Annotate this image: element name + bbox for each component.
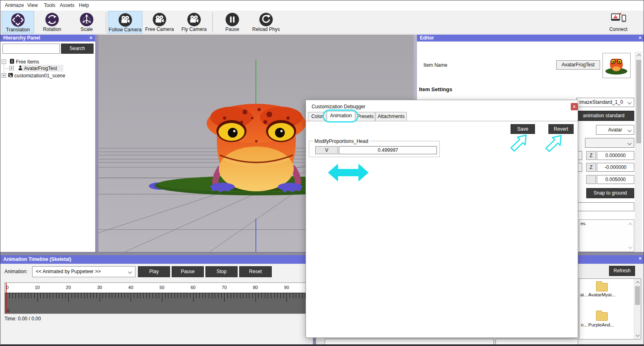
reset-button[interactable]: Reset: [239, 266, 272, 277]
asset-label[interactable]: PurpleAnd...: [588, 322, 614, 327]
annotation-double-arrow: [327, 161, 369, 184]
camera-icon: [118, 13, 133, 27]
item-settings-heading: Item Settings: [419, 86, 452, 92]
scrollbar-thumb[interactable]: [636, 60, 641, 143]
editor-panel-header[interactable]: Editor ×: [417, 35, 644, 42]
timeline-ruler[interactable]: 0102030405060708090 0: [4, 282, 313, 314]
empty-dropdown[interactable]: [585, 138, 634, 148]
editor-scrollbar[interactable]: [635, 52, 642, 252]
asset-label-truncated: ai...: [580, 292, 588, 297]
collapse-icon[interactable]: −: [2, 59, 6, 64]
menu-view[interactable]: View: [27, 2, 38, 8]
vertical-splitter[interactable]: [95, 35, 98, 253]
menu-tools[interactable]: Tools: [44, 2, 55, 8]
item-name-label: Item Name: [424, 62, 448, 68]
tree-item-free-items[interactable]: Free Items: [16, 59, 39, 65]
position-z-input[interactable]: 0.000000: [597, 151, 634, 160]
expand-icon[interactable]: +: [2, 73, 6, 78]
chevron-down-icon: [628, 128, 632, 132]
animation-dropdown[interactable]: << Animated by Puppeteer >>: [32, 266, 135, 277]
avatar-type-dropdown[interactable]: Avatar: [596, 125, 634, 135]
text-field-partial[interactable]: [574, 202, 634, 211]
reload-icon: [259, 12, 273, 27]
stop-button[interactable]: Stop: [205, 266, 238, 277]
hierarchy-panel-header[interactable]: Hierarchy Panel ×: [0, 35, 95, 42]
time-readout: Time: 0.00 / 0.00: [4, 316, 41, 322]
tree-item-customization-scene[interactable]: customization01_scene: [14, 72, 65, 79]
group-label: ModifyProportions_Head: [313, 138, 370, 144]
param-value-input[interactable]: 0.499997: [339, 146, 437, 154]
tree-item-avatarfrogtest[interactable]: AvatarFrogTest: [24, 65, 57, 72]
scroll-down-icon[interactable]: [636, 333, 640, 337]
scale-input[interactable]: 0.005000: [597, 175, 634, 184]
rotation-tool-button[interactable]: Rotation: [36, 11, 68, 33]
toolbar-separator: [106, 12, 106, 33]
tab-attachments[interactable]: Attachments: [375, 112, 407, 121]
revert-button[interactable]: Revert: [548, 124, 574, 134]
set-animation-standard-button[interactable]: animation standard: [573, 111, 634, 121]
scroll-up-icon[interactable]: [636, 281, 640, 285]
search-input[interactable]: [2, 44, 60, 54]
menu-assets[interactable]: Assets: [60, 2, 74, 8]
dialog-title[interactable]: Customization Debugger: [312, 104, 365, 109]
refresh-button[interactable]: Refresh: [609, 266, 635, 276]
menu-bar: Animaze View Tools Assets Help: [0, 0, 644, 11]
animation-standard-dropdown[interactable]: imazeStandard_1_0: [576, 98, 634, 107]
asset-list[interactable]: ai... AvatarMyai... n... PurpleAnd...: [579, 278, 641, 339]
rotation-icon: [45, 12, 59, 27]
timeline-panel-header[interactable]: Animation Timeline (Skeletal): [0, 255, 313, 264]
modify-proportions-group: ModifyProportions_Head V 0.499997: [309, 141, 440, 157]
connect-devices-icon: [610, 12, 627, 24]
close-icon[interactable]: ×: [639, 35, 642, 41]
dialog-close-button[interactable]: x: [571, 103, 578, 110]
chevron-down-icon: [628, 101, 632, 105]
translation-tool-button[interactable]: Translation: [2, 11, 34, 33]
fly-camera-button[interactable]: Fly Camera: [178, 11, 210, 33]
scene-icon: [8, 73, 13, 77]
close-icon[interactable]: ×: [90, 35, 92, 41]
param-key-cell[interactable]: V: [315, 146, 338, 154]
annotation-highlight-ring: [323, 109, 358, 123]
timeline-ticks: [5, 293, 313, 313]
toolbar: Translation Rotation Scale: [0, 11, 644, 34]
play-button[interactable]: Play: [138, 266, 170, 277]
camera-icon: [152, 12, 167, 27]
asset-label[interactable]: AvatarMyai...: [588, 292, 616, 297]
expand-icon[interactable]: +: [9, 66, 14, 70]
timeline-playhead[interactable]: [6, 283, 7, 313]
item-name-input[interactable]: AvatarFrogTest: [556, 60, 600, 70]
save-button[interactable]: Save: [511, 124, 535, 134]
asset-label-truncated: n...: [581, 322, 587, 327]
close-icon[interactable]: ×: [639, 255, 642, 262]
scale-axis-label: [586, 175, 596, 184]
hierarchy-panel: Search Free Items − AvatarFrogTest + cus…: [0, 42, 95, 252]
scale-tool-button[interactable]: Scale: [70, 11, 103, 33]
scroll-down-icon[interactable]: [629, 245, 633, 249]
description-textarea[interactable]: es.: [579, 219, 634, 252]
toolbar-separator: [212, 12, 213, 33]
pause-button[interactable]: Pause: [172, 266, 204, 277]
free-camera-button[interactable]: Free Camera: [143, 11, 176, 33]
annotation-arrow-save: [507, 134, 530, 155]
menu-animaze[interactable]: Animaze: [5, 2, 24, 8]
reload-phys-button[interactable]: Reload Phys: [250, 11, 282, 33]
search-button[interactable]: Search: [61, 44, 94, 54]
window-bottom-edge: [0, 344, 644, 346]
menu-help[interactable]: Help: [79, 2, 89, 8]
chevron-down-icon: [128, 270, 132, 274]
scrollbar-thumb[interactable]: [635, 286, 640, 305]
folder-icon[interactable]: [596, 283, 608, 291]
pause-tool-button[interactable]: Pause: [216, 11, 249, 33]
scroll-up-icon[interactable]: [629, 223, 633, 227]
tab-presets[interactable]: Presets: [356, 112, 375, 121]
folder-icon[interactable]: [596, 312, 608, 321]
free-items-icon: [10, 59, 14, 64]
asset-list-scrollbar[interactable]: [634, 279, 641, 339]
animaze-window: Animaze View Tools Assets Help Translati…: [0, 0, 644, 346]
connect-button[interactable]: Connect: [602, 11, 635, 33]
rotation-z-input[interactable]: -0.000000: [597, 163, 634, 172]
snap-to-ground-button[interactable]: Snap to ground: [586, 188, 634, 198]
follow-camera-button[interactable]: Follow Camera: [108, 11, 142, 33]
chevron-down-icon: [628, 141, 632, 145]
scroll-up-icon[interactable]: [637, 54, 641, 58]
